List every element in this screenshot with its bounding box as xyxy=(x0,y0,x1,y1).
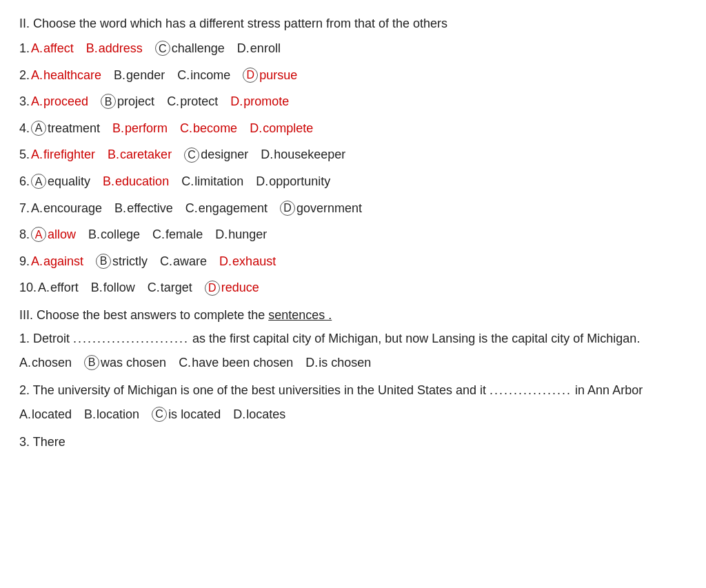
question-row: 5. A.firefighter B.caretaker Cdesigner D… xyxy=(19,144,687,165)
q-number: 3. xyxy=(19,91,30,112)
option: D.enroll xyxy=(237,38,281,59)
option-label: B. xyxy=(112,118,124,139)
option: A.proceed xyxy=(31,91,88,112)
option-text: firefighter xyxy=(43,144,95,165)
option-text: hunger xyxy=(228,224,267,245)
option-text: allow xyxy=(48,224,76,245)
option-label: C. xyxy=(148,277,160,298)
option-text: aware xyxy=(173,251,207,272)
option: B.follow xyxy=(91,277,135,298)
option-text: strictly xyxy=(112,251,148,272)
option-label: A. xyxy=(31,251,43,272)
q1-prompt: 1. Detroit ........................ as t… xyxy=(19,328,687,349)
option-label: D xyxy=(243,68,258,83)
question-row: 8. Aallow B.college C.female D.hunger xyxy=(19,224,687,245)
q-number: 10. xyxy=(19,277,37,298)
option: D.housekeeper xyxy=(261,144,345,165)
option-label: C xyxy=(184,148,199,163)
option: D.opportunity xyxy=(256,171,330,192)
option: Cis located xyxy=(152,404,221,425)
q1-block: 1. Detroit ........................ as t… xyxy=(19,328,687,373)
option: A.against xyxy=(31,251,83,272)
q-number: 8. xyxy=(19,224,30,245)
option-label: D. xyxy=(305,352,318,374)
q2-block: 2. The university of Michigan is one of … xyxy=(19,380,687,425)
option-text: effort xyxy=(50,277,79,298)
q2-dots: ................. xyxy=(490,383,572,397)
option-label: D. xyxy=(261,144,273,165)
option-text: exhaust xyxy=(232,251,276,272)
option: Bproject xyxy=(101,91,154,112)
option: A.encourage xyxy=(31,198,102,219)
option: D.promote xyxy=(230,91,289,112)
option-label: A. xyxy=(31,144,43,165)
option: Cdesigner xyxy=(184,144,248,165)
option: Cchallenge xyxy=(155,38,225,59)
option: B.education xyxy=(103,171,169,192)
option: C.become xyxy=(180,118,237,139)
question-row: 6. Aequality B.education C.limitation D.… xyxy=(19,171,687,192)
q1-dots: ........................ xyxy=(73,332,189,345)
option: C.target xyxy=(148,277,192,298)
question-row: 9. A.against Bstrictly C.aware D.exhaust xyxy=(19,251,687,272)
option-text: located xyxy=(32,404,72,425)
option-label: A. xyxy=(19,404,31,425)
option: Dpursue xyxy=(243,65,297,86)
option-text: housekeeper xyxy=(274,144,345,165)
option-text: target xyxy=(161,277,192,298)
option-text: promote xyxy=(243,91,289,112)
option-text: perform xyxy=(125,118,168,139)
option-label: A. xyxy=(19,352,31,374)
option-label: C. xyxy=(185,198,198,219)
q1-rest: as the first capital city of Michigan, b… xyxy=(189,332,640,345)
option: A.effort xyxy=(38,277,79,298)
option-label: B. xyxy=(86,38,98,59)
option-text: challenge xyxy=(172,38,225,59)
q-number: 1. xyxy=(19,38,30,59)
option-label: A xyxy=(31,174,46,189)
option-label: B xyxy=(96,254,111,269)
option-text: treatment xyxy=(48,118,100,139)
option-label: B. xyxy=(103,171,114,192)
section-iii-title: III. Choose the best answers to complete… xyxy=(19,308,687,323)
option-text: healthcare xyxy=(43,65,101,86)
option: B.location xyxy=(84,404,139,425)
question-row: 4. Atreatment B.perform C.become D.compl… xyxy=(19,118,687,139)
option-text: against xyxy=(43,251,83,272)
option: C.engagement xyxy=(185,198,268,219)
option-text: follow xyxy=(103,277,135,298)
option-label: B. xyxy=(91,277,103,298)
option-label: A. xyxy=(31,198,43,219)
q1-text: 1. Detroit xyxy=(19,332,73,345)
q-number: 6. xyxy=(19,171,30,192)
option-text: chosen xyxy=(32,352,72,374)
option-label: D. xyxy=(219,251,232,272)
q2-options: A.located B.location Cis located D.locat… xyxy=(19,404,687,425)
q-number: 2. xyxy=(19,65,30,86)
question-row: 2. A.healthcare B.gender C.income Dpursu… xyxy=(19,65,687,86)
option-text: caretaker xyxy=(120,144,172,165)
option-label: C xyxy=(152,407,167,422)
option-label: B. xyxy=(114,198,126,219)
option-label: A. xyxy=(31,91,43,112)
option-label: D. xyxy=(237,38,250,59)
option-label: D. xyxy=(256,171,268,192)
question-row: 3. A.proceed Bproject C.protect D.promot… xyxy=(19,91,687,112)
option: B.college xyxy=(88,224,140,245)
option-label: C. xyxy=(179,352,191,374)
option-text: gender xyxy=(126,65,165,86)
option-text: have been chosen xyxy=(192,352,293,374)
option-label: D. xyxy=(230,91,243,112)
option-label: D xyxy=(280,201,295,216)
option: Aallow xyxy=(31,224,76,245)
option: A.chosen xyxy=(19,352,72,374)
option: Bstrictly xyxy=(96,251,148,272)
option-label: A. xyxy=(38,277,50,298)
option-label: D xyxy=(205,281,220,296)
option: C.have been chosen xyxy=(179,352,293,374)
option-text: effective xyxy=(127,198,173,219)
option-text: female xyxy=(165,224,203,245)
option-text: protect xyxy=(180,91,218,112)
option: Dreduce xyxy=(205,277,259,298)
option-text: was chosen xyxy=(101,352,166,374)
